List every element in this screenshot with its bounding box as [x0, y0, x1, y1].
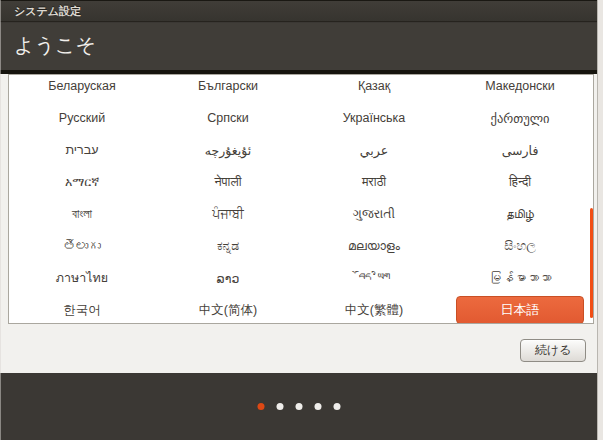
scrollbar-thumb[interactable]: [590, 208, 593, 318]
language-item[interactable]: ქართული: [447, 102, 593, 134]
window-title: システム設定: [14, 4, 81, 19]
language-item[interactable]: नेपाली: [155, 166, 301, 198]
language-item[interactable]: தமிழ்: [447, 198, 593, 230]
language-item[interactable]: ລາວ: [155, 262, 301, 294]
language-item[interactable]: བོད་ཡིག: [301, 262, 447, 294]
page-title: ようこそ: [14, 32, 96, 59]
language-item[interactable]: Қазақ: [301, 74, 447, 102]
window-left-edge: [0, 0, 1, 440]
step-dot: [333, 403, 340, 410]
language-item[interactable]: አማርኛ: [9, 166, 155, 198]
language-item[interactable]: 中文(繁體): [301, 294, 447, 324]
window-right-edge: [597, 0, 603, 440]
language-item[interactable]: 中文(简体): [155, 294, 301, 324]
language-item[interactable]: ગુજરાતી: [301, 198, 447, 230]
language-item-selected[interactable]: 日本語: [456, 296, 584, 324]
content-area: Беларуская Български Қазақ Македонски Ру…: [0, 70, 597, 373]
language-item[interactable]: Українська: [301, 102, 447, 134]
step-dot: [276, 403, 283, 410]
step-dot: [295, 403, 302, 410]
step-dot-active: [257, 403, 264, 410]
progress-band: [0, 373, 597, 440]
language-item[interactable]: മലയാളം: [301, 230, 447, 262]
step-indicator: [257, 403, 340, 410]
language-grid: Беларуская Български Қазақ Македонски Ру…: [9, 74, 593, 324]
language-item[interactable]: ਪੰਜਾਬੀ: [155, 198, 301, 230]
language-item[interactable]: Српски: [155, 102, 301, 134]
installer-window: システム設定 ようこそ Беларуская Български Қазақ М…: [0, 0, 603, 440]
language-item[interactable]: मराठी: [301, 166, 447, 198]
window-titlebar[interactable]: システム設定: [0, 0, 597, 22]
language-item[interactable]: Русский: [9, 102, 155, 134]
language-item[interactable]: Български: [155, 74, 301, 102]
language-item[interactable]: ئۇيغۇرچە: [155, 134, 301, 166]
language-list-panel[interactable]: Беларуская Български Қазақ Македонски Ру…: [8, 74, 594, 324]
continue-button[interactable]: 続ける: [520, 339, 586, 362]
step-dot: [314, 403, 321, 410]
language-item[interactable]: हिन्दी: [447, 166, 593, 198]
language-item[interactable]: Беларуская: [9, 74, 155, 102]
language-item[interactable]: తెలుగు: [9, 230, 155, 262]
language-item[interactable]: မြန်မာဘာသာ: [447, 262, 593, 294]
language-item[interactable]: বাংলা: [9, 198, 155, 230]
language-item[interactable]: عربي: [301, 134, 447, 166]
language-item[interactable]: 한국어: [9, 294, 155, 324]
language-item[interactable]: עברית: [9, 134, 155, 166]
page-header: ようこそ: [0, 23, 597, 70]
language-item[interactable]: ภาษาไทย: [9, 262, 155, 294]
language-item[interactable]: ಕನ್ನಡ: [155, 230, 301, 262]
language-item[interactable]: සිංහල: [447, 230, 593, 262]
language-item[interactable]: فارسی: [447, 134, 593, 166]
language-item[interactable]: Македонски: [447, 74, 593, 102]
